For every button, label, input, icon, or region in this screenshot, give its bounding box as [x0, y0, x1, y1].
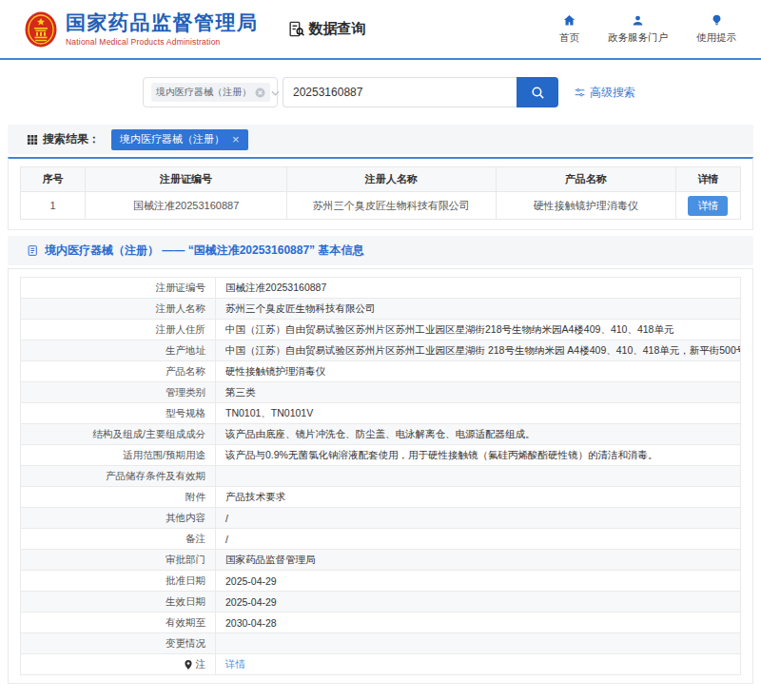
- col-product: 产品名称: [496, 167, 675, 192]
- detail-row: 备注 /: [21, 529, 741, 550]
- header-nav: 首页 政务服务门户 使用提示: [559, 13, 736, 45]
- search-button[interactable]: [517, 77, 558, 107]
- org-name-en: National Medical Products Administration: [66, 37, 259, 47]
- field-value: 苏州三个臭皮匠生物科技有限公司: [216, 299, 741, 320]
- nav-home[interactable]: 首页: [559, 13, 579, 45]
- table-row: 1 国械注准20253160887 苏州三个臭皮匠生物科技有限公司 硬性接触镜护…: [21, 192, 741, 220]
- detail-row: 注册人名称 苏州三个臭皮匠生物科技有限公司: [21, 299, 741, 320]
- detail-row: 适用范围/预期用途 该产品与0.9%无菌氯化钠溶液配套使用，用于硬性接触镜（氟硅…: [21, 445, 741, 466]
- field-label: 产品储存条件及有效期: [21, 466, 216, 487]
- col-reg-no: 注册证编号: [86, 167, 287, 192]
- nav-gov-portal-label: 政务服务门户: [608, 31, 668, 45]
- field-value: [216, 466, 741, 487]
- detail-table: 注册证编号 国械注准20253160887 注册人名称 苏州三个臭皮匠生物科技有…: [20, 277, 741, 675]
- field-label: 生产地址: [21, 340, 216, 361]
- nav-usage-tips[interactable]: 使用提示: [696, 13, 736, 45]
- nmpa-emblem-logo: [25, 11, 57, 48]
- nav-home-label: 首页: [559, 31, 579, 45]
- nav-gov-portal[interactable]: 政务服务门户: [608, 13, 668, 45]
- results-table: 序号 注册证编号 注册人名称 产品名称 详情 1 国械注准20253160887…: [20, 166, 741, 220]
- field-label: 审批部门: [21, 550, 216, 571]
- field-value: 该产品由底座、镜片冲洗仓、防尘盖、电泳解离仓、电源适配器组成。: [216, 424, 741, 445]
- field-label: 批准日期: [21, 571, 216, 592]
- field-label: 其他内容: [21, 508, 216, 529]
- logo-wrap: 国家药品监督管理局 National Medical Products Admi…: [25, 11, 259, 48]
- field-label: 结构及组成/主要组成成分: [21, 424, 216, 445]
- detail-row: 结构及组成/主要组成成分 该产品由底座、镜片冲洗仓、防尘盖、电泳解离仓、电源适配…: [21, 424, 741, 445]
- detail-row: 注 详情: [21, 654, 741, 675]
- field-label: 注: [21, 654, 216, 675]
- category-tag: 境内医疗器械（注册）: [151, 83, 270, 102]
- lightbulb-icon: [710, 13, 724, 28]
- note-label: 注: [196, 658, 206, 670]
- detail-row: 审批部门 国家药品监督管理局: [21, 550, 741, 571]
- detail-row: 生产地址 中国（江苏）自由贸易试验区苏州片区苏州工业园区星湖街 218号生物纳米…: [21, 340, 741, 361]
- field-label: 产品名称: [21, 361, 216, 382]
- close-icon[interactable]: ×: [232, 133, 240, 146]
- category-select[interactable]: 境内医疗器械（注册）: [143, 77, 278, 107]
- detail-row: 变更情况: [21, 633, 741, 654]
- field-value: [216, 633, 741, 654]
- field-label: 适用范围/预期用途: [21, 445, 216, 466]
- search-bar: 境内医疗器械（注册）: [143, 77, 761, 107]
- detail-row: 批准日期 2025-04-29: [21, 571, 741, 592]
- detail-row: 型号规格 TN0101、TN0101V: [21, 403, 741, 424]
- field-value: 国家药品监督管理局: [216, 550, 741, 571]
- detail-button[interactable]: 详情: [688, 196, 728, 216]
- field-label: 有效期至: [21, 612, 216, 633]
- org-name-cn: 国家药品监督管理局: [66, 11, 259, 33]
- field-value: /: [216, 508, 741, 529]
- field-label: 备注: [21, 529, 216, 550]
- nav-usage-tips-label: 使用提示: [696, 31, 736, 45]
- col-registrant: 注册人名称: [287, 167, 497, 192]
- col-detail: 详情: [675, 167, 740, 192]
- field-label: 生效日期: [21, 592, 216, 612]
- user-icon: [631, 13, 645, 28]
- col-index: 序号: [21, 167, 86, 192]
- circle-close-icon[interactable]: [255, 88, 265, 98]
- detail-row: 有效期至 2030-04-28: [21, 612, 741, 633]
- detail-row: 附件 产品技术要求: [21, 487, 741, 508]
- search-input[interactable]: [283, 77, 517, 107]
- basic-info-bar: 境内医疗器械（注册） —— “国械注准20253160887” 基本信息: [8, 236, 753, 265]
- note-detail-link[interactable]: 详情: [225, 658, 245, 670]
- filter-icon: [574, 87, 586, 99]
- cell-index: 1: [21, 192, 86, 220]
- field-label: 注册人名称: [21, 299, 216, 320]
- field-value: 国械注准20253160887: [216, 278, 741, 299]
- field-label: 附件: [21, 487, 216, 508]
- field-value: 产品技术要求: [216, 487, 741, 508]
- search-results-bar: 搜索结果： 境内医疗器械（注册） ×: [8, 125, 753, 154]
- advanced-search-link[interactable]: 高级搜索: [574, 85, 635, 101]
- field-value: 2025-04-29: [216, 571, 741, 592]
- field-value: 中国（江苏）自由贸易试验区苏州片区苏州工业园区星湖街 218号生物纳米园 A4楼…: [216, 340, 741, 361]
- search-results-label: 搜索结果：: [43, 131, 100, 147]
- field-value: 中国（江苏）自由贸易试验区苏州片区苏州工业园区星湖街218号生物纳米园A4楼40…: [216, 320, 741, 340]
- detail-row: 管理类别 第三类: [21, 382, 741, 403]
- field-value: TN0101、TN0101V: [216, 403, 741, 424]
- field-value: 该产品与0.9%无菌氯化钠溶液配套使用，用于硬性接触镜（氟硅丙烯酸酯硬性镜）的清…: [216, 445, 741, 466]
- cell-registrant: 苏州三个臭皮匠生物科技有限公司: [287, 192, 497, 220]
- cell-reg-no: 国械注准20253160887: [86, 192, 287, 220]
- detail-row: 注册人住所 中国（江苏）自由贸易试验区苏州片区苏州工业园区星湖街218号生物纳米…: [21, 320, 741, 340]
- filter-tag[interactable]: 境内医疗器械（注册） ×: [111, 129, 248, 150]
- detail-row: 生效日期 2025-04-29: [21, 592, 741, 612]
- filter-tag-label: 境内医疗器械（注册）: [120, 132, 224, 146]
- detail-row: 产品储存条件及有效期: [21, 466, 741, 487]
- data-query-icon: [287, 20, 305, 38]
- cell-detail: 详情: [675, 192, 740, 220]
- search-icon: [530, 85, 546, 101]
- detail-row: 注册证编号 国械注准20253160887: [21, 278, 741, 299]
- field-value: 详情: [216, 654, 741, 675]
- detail-row: 产品名称 硬性接触镜护理消毒仪: [21, 361, 741, 382]
- field-label: 注册证编号: [21, 278, 216, 299]
- field-label: 变更情况: [21, 633, 216, 654]
- field-value: 第三类: [216, 382, 741, 403]
- search-section: 境内医疗器械（注册）: [0, 60, 761, 125]
- basic-info-title: 境内医疗器械（注册） —— “国械注准20253160887” 基本信息: [45, 243, 363, 259]
- field-value: 2025-04-29: [216, 592, 741, 612]
- document-icon: [27, 244, 39, 257]
- data-query-title: 数据查询: [287, 20, 366, 38]
- field-label: 注册人住所: [21, 320, 216, 340]
- results-header-row: 序号 注册证编号 注册人名称 产品名称 详情: [21, 167, 741, 192]
